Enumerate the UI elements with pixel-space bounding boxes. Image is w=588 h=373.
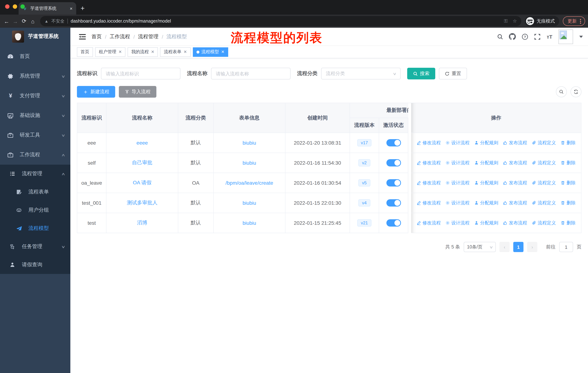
tag-process-form[interactable]: 流程表单 ✕ xyxy=(160,47,190,57)
reset-button[interactable]: 重置 xyxy=(439,68,467,80)
prev-page-button[interactable]: ‹ xyxy=(499,242,510,252)
sidebar-logo[interactable]: 芋道管理系统 xyxy=(0,28,70,45)
next-page-button[interactable]: › xyxy=(527,242,537,252)
action-delete-link[interactable]: 删除 xyxy=(561,140,576,146)
process-name-link[interactable]: 测试多审批人 xyxy=(127,200,158,205)
breadcrumb-workflow[interactable]: 工作流程 xyxy=(110,33,130,40)
avatar[interactable] xyxy=(558,29,573,44)
form-info-link[interactable]: biubiu xyxy=(243,200,256,206)
bookmark-star-icon[interactable]: ☆ xyxy=(513,18,517,24)
version-badge[interactable]: v17 xyxy=(357,139,372,146)
sidebar-item-task-mgmt[interactable]: 任务管理 ∨ xyxy=(0,238,70,256)
category-select[interactable]: 流程分类 ∨ xyxy=(321,68,401,80)
action-modify-link[interactable]: 修改流程 xyxy=(417,200,441,206)
sidebar-item-system[interactable]: 系统管理 ∨ xyxy=(0,66,70,86)
action-publish-link[interactable]: 发布流程 xyxy=(503,200,527,206)
action-design-link[interactable]: 设计流程 xyxy=(445,160,470,166)
sidebar-item-user-group[interactable]: 用户分组 xyxy=(0,201,70,219)
collapse-sidebar-icon[interactable] xyxy=(78,33,86,40)
back-icon[interactable]: ← xyxy=(3,18,10,24)
active-toggle[interactable] xyxy=(386,139,401,146)
active-toggle[interactable] xyxy=(386,179,401,186)
url-text[interactable]: dashboard.yudao.iocoder.cn/bpm/manager/m… xyxy=(71,19,501,24)
process-name-link[interactable]: OA 请假 xyxy=(133,180,152,185)
active-toggle[interactable] xyxy=(386,219,401,227)
import-process-button[interactable]: 导入流程 xyxy=(119,86,156,98)
action-delete-link[interactable]: 删除 xyxy=(561,180,576,186)
close-icon[interactable]: ✕ xyxy=(221,50,224,54)
action-modify-link[interactable]: 修改流程 xyxy=(417,140,441,146)
page-number-current[interactable]: 1 xyxy=(513,242,524,252)
version-badge[interactable]: v5 xyxy=(358,179,370,186)
action-design-link[interactable]: 设计流程 xyxy=(445,200,470,206)
active-toggle[interactable] xyxy=(386,199,401,207)
action-modify-link[interactable]: 修改流程 xyxy=(417,220,441,226)
process-id-input[interactable] xyxy=(106,71,176,76)
tag-process-model[interactable]: 流程模型 ✕ xyxy=(193,47,228,57)
action-assign-link[interactable]: 分配规则 xyxy=(474,220,498,226)
action-publish-link[interactable]: 发布流程 xyxy=(503,140,527,146)
create-process-button[interactable]: ＋ 新建流程 xyxy=(77,86,115,98)
new-tab-button[interactable]: + xyxy=(81,4,84,12)
breadcrumb-home[interactable]: 首页 xyxy=(92,33,102,40)
process-name-input[interactable] xyxy=(216,71,286,76)
help-icon[interactable]: ? xyxy=(521,33,528,40)
action-publish-link[interactable]: 发布流程 xyxy=(503,220,527,226)
action-assign-link[interactable]: 分配规则 xyxy=(474,160,498,166)
action-definition-link[interactable]: 流程定义 xyxy=(532,180,556,186)
page-size-select[interactable]: 10条/页 ∨ xyxy=(464,242,496,252)
forward-icon[interactable]: → xyxy=(12,18,19,24)
browser-menu-icon[interactable] xyxy=(580,19,581,23)
action-modify-link[interactable]: 修改流程 xyxy=(417,180,441,186)
process-name-link[interactable]: eeee xyxy=(136,140,148,146)
sidebar-item-home[interactable]: 首页 xyxy=(0,47,70,66)
refresh-icon-button[interactable] xyxy=(570,86,581,97)
search-button[interactable]: 搜索 xyxy=(407,68,435,80)
process-name-link[interactable]: 自己审批 xyxy=(132,160,152,165)
reload-icon[interactable]: ⟳ xyxy=(21,18,28,24)
form-info-link[interactable]: biubiu xyxy=(243,220,256,226)
show-search-icon-button[interactable] xyxy=(556,86,567,97)
form-info-link[interactable]: biubiu xyxy=(243,140,256,146)
sidebar-item-workflow[interactable]: 工作流程 ∧ xyxy=(0,145,70,165)
breadcrumb-process-mgmt[interactable]: 流程管理 xyxy=(138,33,158,40)
action-assign-link[interactable]: 分配规则 xyxy=(474,200,498,206)
action-modify-link[interactable]: 修改流程 xyxy=(417,160,441,166)
action-definition-link[interactable]: 流程定义 xyxy=(532,160,556,166)
sidebar-item-devtools[interactable]: 研发工具 ∨ xyxy=(0,125,70,145)
action-delete-link[interactable]: 删除 xyxy=(561,160,576,166)
sidebar-item-process-form[interactable]: 流程表单 xyxy=(0,183,70,201)
action-design-link[interactable]: 设计流程 xyxy=(445,220,470,226)
address-bar[interactable]: ▲ 不安全 dashboard.yudao.iocoder.cn/bpm/man… xyxy=(40,16,521,26)
tag-tenant[interactable]: 租户管理 ✕ xyxy=(95,47,126,57)
close-icon[interactable]: ✕ xyxy=(151,50,154,54)
sidebar-item-process-mgmt[interactable]: 流程管理 ∧ xyxy=(0,165,70,183)
action-assign-link[interactable]: 分配规则 xyxy=(474,180,498,186)
action-definition-link[interactable]: 流程定义 xyxy=(532,220,556,226)
action-assign-link[interactable]: 分配规则 xyxy=(474,140,498,146)
sidebar-item-process-model[interactable]: 流程模型 xyxy=(0,219,70,238)
fullscreen-icon[interactable] xyxy=(534,33,541,40)
version-badge[interactable]: v21 xyxy=(357,219,372,227)
password-key-icon[interactable]: ⚿ xyxy=(504,18,508,24)
action-definition-link[interactable]: 流程定义 xyxy=(532,200,556,206)
sidebar-item-payment[interactable]: ¥ 支付管理 ∨ xyxy=(0,86,70,106)
tab-close-icon[interactable]: × xyxy=(70,6,73,11)
home-icon[interactable]: ⌂ xyxy=(29,18,36,24)
close-icon[interactable]: ✕ xyxy=(118,50,122,54)
action-delete-link[interactable]: 删除 xyxy=(561,220,576,226)
goto-page-input[interactable]: 1 xyxy=(559,242,573,252)
tag-my-process[interactable]: 我的流程 ✕ xyxy=(128,47,158,57)
traffic-light-minimize[interactable] xyxy=(13,4,17,9)
tag-home[interactable]: 首页 xyxy=(77,47,93,57)
form-info-link[interactable]: /bpm/oa/leave/create xyxy=(225,180,273,186)
close-icon[interactable]: ✕ xyxy=(184,50,187,54)
sidebar-item-leave-query[interactable]: 请假查询 xyxy=(0,256,70,274)
active-toggle[interactable] xyxy=(386,159,401,166)
version-badge[interactable]: v4 xyxy=(358,199,370,207)
github-icon[interactable] xyxy=(509,33,516,40)
process-name-link[interactable]: 滔博 xyxy=(137,220,147,225)
traffic-light-close[interactable] xyxy=(5,4,10,9)
sidebar-item-infra[interactable]: 基础设施 ∨ xyxy=(0,106,70,125)
search-icon[interactable] xyxy=(496,33,504,40)
